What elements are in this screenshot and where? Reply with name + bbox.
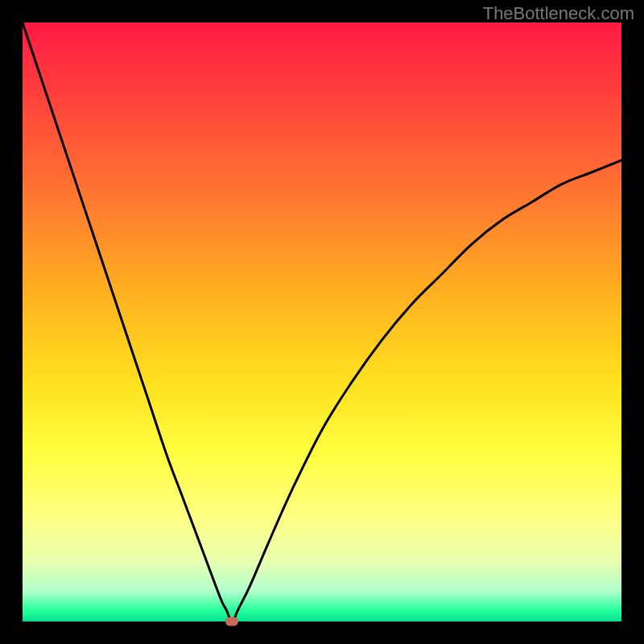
watermark-label: TheBottleneck.com <box>483 3 634 24</box>
plot-area <box>23 23 621 621</box>
chart-frame: TheBottleneck.com <box>0 0 644 644</box>
min-marker <box>225 617 238 626</box>
bottleneck-curve <box>23 23 621 621</box>
